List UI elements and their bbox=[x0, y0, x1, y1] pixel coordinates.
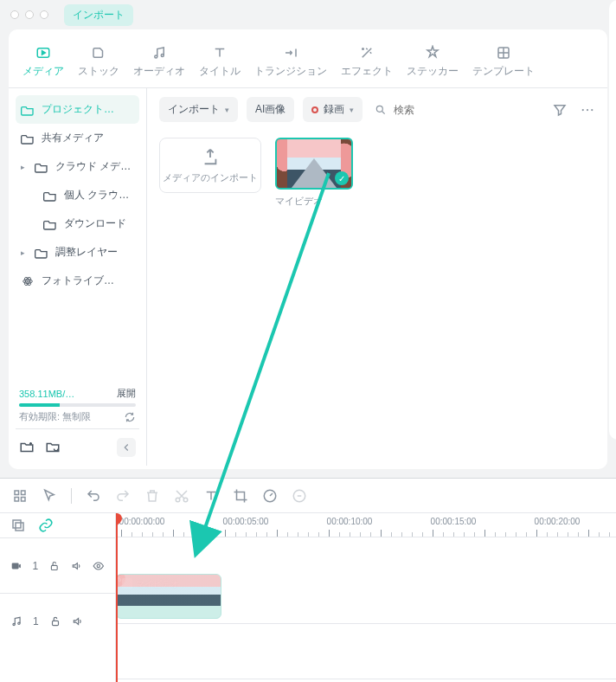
sidebar-item-project[interactable]: プロジェクト… bbox=[16, 95, 139, 124]
tab-title[interactable]: タイトル bbox=[192, 38, 247, 87]
lock-icon[interactable] bbox=[48, 560, 61, 572]
window-titlebar: インポート bbox=[0, 0, 616, 29]
crop-icon[interactable] bbox=[233, 488, 248, 504]
sidebar-item-cloud[interactable]: ▸ クラウド メデ… bbox=[16, 152, 139, 181]
link-icon[interactable] bbox=[38, 518, 54, 533]
sidebar-item-photolib[interactable]: フォトライブ… bbox=[16, 267, 139, 295]
undo-icon[interactable] bbox=[86, 488, 101, 504]
sidebar-footer bbox=[16, 428, 139, 466]
audio-track-header[interactable]: 1 bbox=[0, 593, 115, 648]
svg-point-26 bbox=[13, 623, 15, 625]
tab-stock[interactable]: ストック bbox=[71, 38, 126, 87]
eye-icon[interactable] bbox=[93, 560, 105, 572]
svg-point-5 bbox=[27, 280, 29, 281]
cut-icon[interactable] bbox=[174, 488, 189, 504]
svg-rect-21 bbox=[13, 520, 21, 528]
new-folder-icon[interactable] bbox=[19, 440, 35, 455]
grid-icon[interactable] bbox=[12, 488, 28, 504]
video-track-header[interactable]: 1 bbox=[0, 537, 115, 593]
tab-template[interactable]: テンプレート bbox=[465, 38, 542, 87]
sidebar-label: 調整レイヤー bbox=[55, 245, 118, 260]
tab-label: トランジション bbox=[254, 64, 327, 79]
template-icon bbox=[494, 43, 513, 62]
ruler-label: 00:00:00:00 bbox=[119, 517, 165, 526]
storage-bar bbox=[19, 403, 136, 407]
mute-icon[interactable] bbox=[72, 615, 84, 627]
chevron-right-icon: ▸ bbox=[21, 163, 28, 171]
import-chip[interactable]: インポート bbox=[64, 4, 133, 26]
lock-icon[interactable] bbox=[49, 615, 61, 627]
sidebar-item-download[interactable]: ダウンロード bbox=[16, 209, 139, 238]
delete-icon[interactable] bbox=[144, 488, 160, 504]
storage-used[interactable]: 358.11MB/… bbox=[19, 389, 74, 399]
tab-label: メディア bbox=[22, 64, 64, 79]
folder-icon bbox=[43, 218, 57, 230]
media-icon bbox=[34, 43, 53, 62]
timeline-ruler[interactable]: 00:00:00:00 00:00:05:00 00:00:10:00 00:0… bbox=[116, 513, 616, 537]
folder-sync-icon[interactable] bbox=[45, 440, 61, 455]
timeline-tracks[interactable]: 00:00:00:00 00:00:05:00 00:00:10:00 00:0… bbox=[116, 513, 616, 682]
search-input[interactable] bbox=[392, 103, 444, 117]
timeline-panel: 1 1 00:00:00:00 00:00:05:00 00:00:10:00 … bbox=[0, 478, 616, 682]
record-icon bbox=[311, 106, 318, 113]
tab-sticker[interactable]: ステッカー bbox=[400, 38, 465, 87]
svg-point-3 bbox=[363, 48, 364, 50]
close-dot[interactable] bbox=[10, 10, 19, 19]
video-track[interactable]: % マイビデオ bbox=[116, 569, 616, 624]
svg-point-1 bbox=[155, 55, 157, 58]
zoom-dot[interactable] bbox=[40, 10, 48, 19]
tab-media[interactable]: メディア bbox=[16, 38, 71, 87]
sidebar-item-personal-cloud[interactable]: 個人 クラウ… bbox=[16, 181, 139, 209]
record-dropdown[interactable]: 録画 ▾ bbox=[303, 97, 363, 122]
video-track-icon bbox=[10, 560, 22, 572]
top-tabs: メディア ストック オーディオ タイトル トランジション エフェクト ステッカー bbox=[9, 29, 607, 88]
marker-icon[interactable] bbox=[292, 488, 307, 504]
search-icon bbox=[375, 104, 387, 116]
timeline-clip[interactable]: % マイビデオ bbox=[116, 574, 221, 619]
search-box[interactable] bbox=[371, 98, 447, 122]
tab-label: ストック bbox=[78, 64, 119, 79]
tab-transition[interactable]: トランジション bbox=[247, 38, 334, 87]
ruler-label: 00:00:05:00 bbox=[223, 517, 269, 526]
tab-label: タイトル bbox=[199, 64, 241, 79]
svg-rect-28 bbox=[52, 621, 58, 625]
text-icon[interactable] bbox=[203, 488, 219, 504]
folder-icon bbox=[21, 104, 35, 116]
stack-icon[interactable] bbox=[10, 518, 26, 533]
mute-icon[interactable] bbox=[71, 560, 83, 572]
tab-audio[interactable]: オーディオ bbox=[126, 38, 192, 87]
import-media-card[interactable]: メディアのインポート bbox=[159, 138, 261, 193]
redo-icon[interactable] bbox=[115, 488, 131, 504]
sidebar-label: ダウンロード bbox=[64, 216, 126, 231]
more-icon[interactable] bbox=[580, 102, 595, 118]
audio-track[interactable] bbox=[116, 624, 616, 679]
filter-icon[interactable] bbox=[552, 102, 568, 118]
preview-panel-strip[interactable]: 再 bbox=[609, 0, 616, 440]
chevron-left-icon bbox=[120, 441, 132, 454]
playhead[interactable] bbox=[116, 513, 118, 682]
chevron-right-icon: ▸ bbox=[21, 248, 28, 257]
record-label: 録画 bbox=[324, 102, 344, 117]
ruler-label: 00:00:15:00 bbox=[431, 517, 477, 526]
minimize-dot[interactable] bbox=[25, 10, 34, 19]
media-clip[interactable]: ✓ マイビデオ bbox=[275, 138, 353, 208]
folder-icon bbox=[35, 161, 48, 173]
sidebar-item-shared[interactable]: 共有メディア bbox=[16, 124, 139, 152]
svg-point-10 bbox=[582, 108, 584, 110]
speed-icon[interactable] bbox=[262, 488, 278, 504]
sidebar-label: プロジェクト… bbox=[42, 102, 114, 117]
import-dropdown[interactable]: インポート ▾ bbox=[159, 97, 238, 122]
transition-icon bbox=[281, 43, 300, 62]
refresh-icon[interactable] bbox=[124, 411, 136, 423]
sidebar-label: 個人 クラウ… bbox=[64, 188, 129, 203]
audio-icon bbox=[150, 43, 169, 62]
collapse-sidebar-button[interactable] bbox=[117, 438, 136, 457]
storage-expand[interactable]: 展開 bbox=[117, 387, 136, 400]
tab-effect[interactable]: エフェクト bbox=[334, 38, 400, 87]
title-icon bbox=[210, 43, 229, 62]
chevron-down-icon: ▾ bbox=[350, 106, 354, 114]
cursor-icon[interactable] bbox=[42, 488, 57, 504]
sidebar-item-adjustment[interactable]: ▸ 調整レイヤー bbox=[16, 238, 139, 267]
svg-rect-23 bbox=[12, 563, 19, 569]
ai-image-button[interactable]: AI画像 bbox=[247, 97, 294, 122]
